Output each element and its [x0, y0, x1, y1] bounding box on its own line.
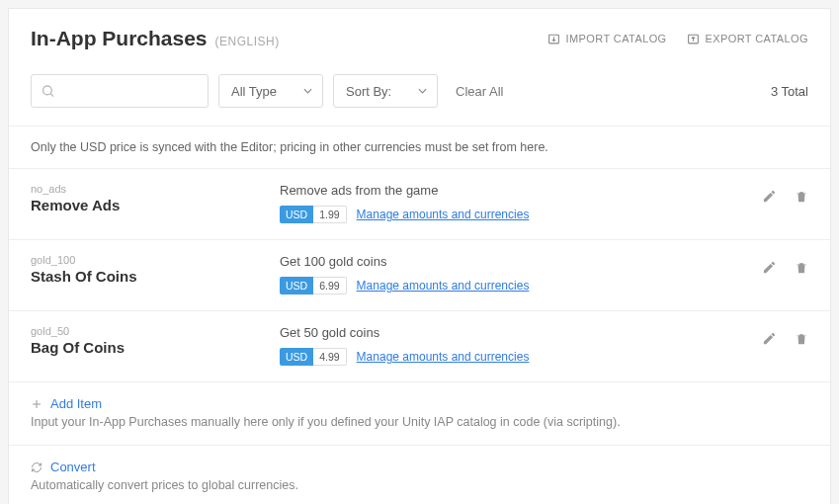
- price-badge: USD 1.99: [280, 206, 347, 223]
- clear-all-button[interactable]: Clear All: [456, 84, 503, 99]
- iap-panel: In-App Purchases (ENGLISH) IMPORT CATALO…: [8, 8, 831, 504]
- iap-description: Get 100 gold coins: [280, 254, 762, 269]
- price-badge: USD 6.99: [280, 277, 347, 294]
- iap-row: gold_50 Bag Of Coins Get 50 gold coins U…: [9, 311, 830, 382]
- convert-label: Convert: [50, 460, 96, 474]
- filter-bar: All Type Sort By: Clear All 3 Total: [9, 64, 830, 126]
- iap-name: Stash Of Coins: [31, 268, 280, 285]
- type-dropdown[interactable]: All Type: [218, 74, 323, 108]
- plus-icon: [31, 398, 42, 410]
- price-value: 4.99: [313, 348, 346, 366]
- iap-list: no_ads Remove Ads Remove ads from the ga…: [9, 169, 830, 382]
- page-title: In-App Purchases: [31, 27, 208, 50]
- iap-description: Get 50 gold coins: [280, 325, 762, 340]
- caret-down-icon: [418, 87, 427, 96]
- refresh-icon: [31, 462, 42, 473]
- iap-name: Bag Of Coins: [31, 339, 280, 356]
- convert-button[interactable]: Convert: [31, 460, 808, 474]
- price-badge: USD 4.99: [280, 348, 347, 366]
- search-wrapper: [31, 74, 209, 108]
- iap-id: gold_100: [31, 254, 280, 266]
- import-catalog-button[interactable]: IMPORT CATALOG: [547, 33, 667, 45]
- delete-button[interactable]: [795, 332, 808, 346]
- iap-description: Remove ads from the game: [280, 183, 762, 198]
- type-dropdown-label: All Type: [231, 84, 277, 99]
- header-left: In-App Purchases (ENGLISH): [31, 27, 280, 50]
- edit-button[interactable]: [762, 331, 777, 346]
- add-item-help: Input your In-App Purchases manually her…: [31, 415, 808, 429]
- caret-down-icon: [303, 87, 312, 96]
- add-item-section: Add Item Input your In-App Purchases man…: [9, 382, 830, 446]
- export-label: EXPORT CATALOG: [706, 33, 808, 44]
- svg-line-3: [50, 94, 53, 97]
- iap-row: no_ads Remove Ads Remove ads from the ga…: [9, 169, 830, 240]
- price-value: 1.99: [313, 206, 346, 223]
- total-count: 3 Total: [771, 84, 808, 99]
- price-currency: USD: [280, 348, 313, 366]
- manage-currencies-link[interactable]: Manage amounts and currencies: [357, 350, 530, 364]
- price-value: 6.99: [313, 277, 346, 294]
- search-input[interactable]: [31, 74, 209, 108]
- language-tag: (ENGLISH): [215, 35, 280, 48]
- export-icon: [687, 33, 700, 45]
- sync-note: Only the USD price is synced with the Ed…: [9, 126, 830, 169]
- panel-header: In-App Purchases (ENGLISH) IMPORT CATALO…: [9, 9, 830, 64]
- search-icon: [41, 84, 55, 99]
- svg-point-2: [43, 86, 52, 95]
- add-item-label: Add Item: [50, 396, 102, 411]
- edit-button[interactable]: [762, 260, 777, 275]
- price-currency: USD: [280, 206, 313, 223]
- iap-id: gold_50: [31, 325, 280, 337]
- iap-name: Remove Ads: [31, 197, 280, 213]
- convert-section: Convert Automatically convert prices to …: [9, 446, 830, 504]
- convert-help: Automatically convert prices to global c…: [31, 478, 808, 492]
- iap-id: no_ads: [31, 183, 280, 195]
- iap-row: gold_100 Stash Of Coins Get 100 gold coi…: [9, 240, 830, 311]
- export-catalog-button[interactable]: EXPORT CATALOG: [687, 33, 808, 45]
- header-actions: IMPORT CATALOG EXPORT CATALOG: [547, 33, 808, 45]
- manage-currencies-link[interactable]: Manage amounts and currencies: [357, 208, 530, 221]
- delete-button[interactable]: [795, 190, 808, 204]
- sort-dropdown-label: Sort By:: [346, 84, 391, 99]
- price-currency: USD: [280, 277, 313, 294]
- edit-button[interactable]: [762, 189, 777, 204]
- import-icon: [547, 33, 560, 45]
- delete-button[interactable]: [795, 261, 808, 275]
- manage-currencies-link[interactable]: Manage amounts and currencies: [357, 279, 530, 293]
- sort-dropdown[interactable]: Sort By:: [333, 74, 438, 108]
- add-item-button[interactable]: Add Item: [31, 396, 808, 411]
- import-label: IMPORT CATALOG: [566, 33, 667, 44]
